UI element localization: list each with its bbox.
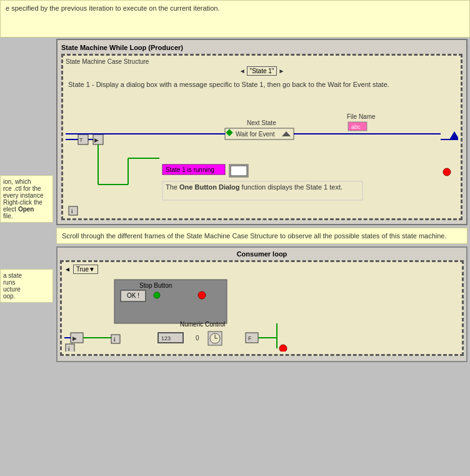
- svg-rect-28: [69, 206, 78, 215]
- svg-text:State 1 is running: State 1 is running: [166, 166, 214, 173]
- svg-marker-15: [282, 131, 291, 136]
- hint2-line-1: a state: [3, 272, 50, 279]
- svg-point-46: [210, 333, 220, 343]
- producer-wires: T ▶ Next State Wait for Event: [66, 109, 458, 216]
- svg-rect-49: [246, 333, 258, 343]
- svg-text:The One Button Dialog function: The One Button Dialog function displays …: [166, 183, 342, 191]
- true-dropdown-arrow: ▼: [89, 266, 95, 273]
- hint-line-1: ion, which: [3, 178, 50, 185]
- true-dropdown[interactable]: True ▼: [73, 265, 98, 274]
- svg-rect-24: [231, 166, 247, 176]
- svg-rect-19: [348, 122, 367, 131]
- hint2-line-3: ucture: [3, 286, 50, 293]
- producer-panel-title: State Machine While Loop (Producer): [61, 44, 462, 51]
- svg-point-35: [198, 291, 206, 299]
- producer-panel: State Machine While Loop (Producer) Stat…: [56, 39, 468, 225]
- scroll-note: Scroll through the different frames of t…: [56, 228, 468, 244]
- top-note: e specified by the previous iteration to…: [0, 0, 470, 38]
- svg-text:i: i: [68, 346, 70, 352]
- svg-point-34: [154, 292, 160, 298]
- svg-text:File Name: File Name: [347, 113, 376, 120]
- state-selector-left-arrow[interactable]: ◄: [239, 68, 246, 74]
- true-selector-left-arrow[interactable]: ◄: [64, 266, 71, 273]
- svg-rect-54: [66, 344, 74, 352]
- svg-text:▶: ▶: [72, 335, 77, 342]
- svg-rect-36: [71, 333, 83, 343]
- state-description: State 1 - Display a dialog box with a me…: [66, 78, 458, 109]
- hint2-line-2: runs: [3, 279, 50, 286]
- svg-text:abc: abc: [351, 124, 361, 130]
- case-structure-label: State Machine Case Structure: [66, 58, 458, 65]
- svg-text:Stop Button: Stop Button: [139, 282, 172, 289]
- state-selector-right-arrow[interactable]: ►: [278, 68, 284, 74]
- consumer-panel: Consumer loop ◄ True ▼ Stop Button OK !: [56, 246, 468, 362]
- hint-line-2: rce .ctl for the: [3, 185, 50, 192]
- consumer-case-structure: ◄ True ▼ Stop Button OK ! ▶: [60, 260, 464, 356]
- svg-point-27: [443, 168, 451, 176]
- svg-text:T: T: [79, 137, 83, 143]
- consumer-case-header: ◄ True ▼: [64, 265, 459, 274]
- svg-rect-12: [225, 128, 294, 139]
- svg-rect-1: [78, 134, 88, 144]
- svg-text:OK !: OK !: [127, 292, 139, 299]
- svg-point-53: [279, 345, 287, 352]
- state-selector-bar: ◄ "State 1" ►: [66, 66, 458, 76]
- hint-line-6: file.: [3, 213, 50, 220]
- svg-marker-10: [449, 131, 458, 139]
- svg-rect-3: [93, 134, 103, 144]
- left-hint-box: ion, which rce .ctl for the every instan…: [0, 175, 53, 223]
- svg-text:i: i: [114, 337, 116, 343]
- svg-rect-40: [111, 335, 120, 343]
- hint-line-3: every instance: [3, 192, 50, 199]
- svg-rect-23: [229, 165, 248, 177]
- hint-line-4: Right-click the: [3, 199, 50, 206]
- consumer-wires: Stop Button OK ! ▶ Numeric Control i: [64, 276, 459, 352]
- svg-rect-32: [121, 290, 146, 301]
- hint-line-5: elect Open: [3, 206, 50, 213]
- top-note-text: e specified by the previous iteration to…: [6, 4, 219, 12]
- svg-text:123: 123: [161, 335, 171, 342]
- svg-rect-21: [162, 165, 225, 175]
- case-structure: State Machine Case Structure ◄ "State 1"…: [61, 54, 462, 220]
- svg-text:i: i: [71, 208, 73, 215]
- svg-rect-42: [158, 333, 183, 343]
- svg-rect-13: [226, 129, 232, 136]
- producer-diagram: T ▶ Next State Wait for Event: [66, 109, 458, 216]
- left-hint-2: a state runs ucture oop.: [0, 269, 53, 303]
- svg-rect-45: [208, 332, 222, 345]
- hint2-line-4: oop.: [3, 293, 50, 300]
- true-dropdown-value: True: [76, 266, 89, 273]
- svg-text:Next State: Next State: [247, 119, 276, 126]
- scroll-note-text: Scroll through the different frames of t…: [62, 232, 447, 240]
- svg-rect-25: [162, 181, 362, 200]
- svg-text:0: 0: [196, 335, 199, 342]
- state-dropdown[interactable]: "State 1": [247, 66, 278, 76]
- svg-text:Wait for Event: Wait for Event: [236, 131, 275, 138]
- svg-text:Numeric Control: Numeric Control: [180, 321, 225, 328]
- consumer-diagram: Stop Button OK ! ▶ Numeric Control i: [64, 276, 459, 352]
- consumer-panel-title: Consumer loop: [60, 250, 464, 258]
- svg-text:F: F: [248, 335, 252, 342]
- svg-rect-30: [114, 280, 227, 323]
- svg-text:▶: ▶: [94, 137, 99, 143]
